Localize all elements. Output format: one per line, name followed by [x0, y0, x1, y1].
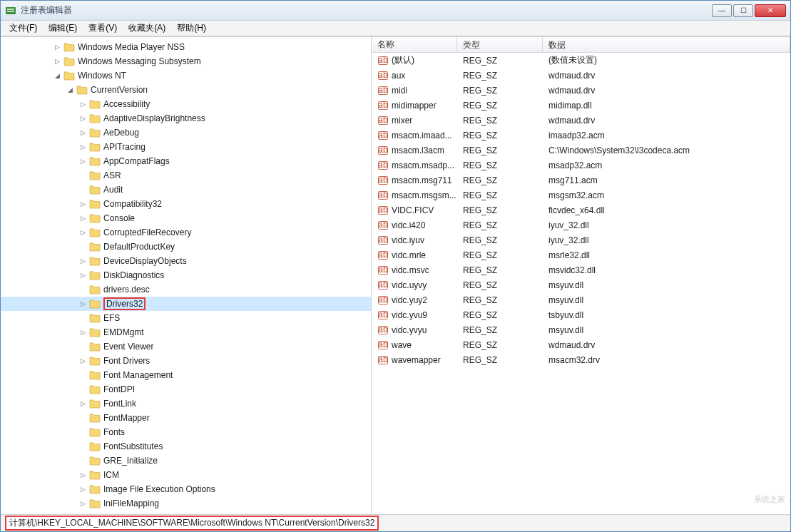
value-row[interactable]: abmsacm.imaad...REG_SZimaadp32.acm: [372, 128, 790, 143]
list-body[interactable]: ab(默认)REG_SZ(数值未设置)abauxREG_SZwdmaud.drv…: [372, 53, 790, 514]
tree-node[interactable]: FontDPI: [1, 382, 371, 397]
value-row[interactable]: abwavemapperREG_SZmsacm32.drv: [372, 352, 790, 367]
expand-icon[interactable]: ▷: [78, 400, 88, 407]
tree-node[interactable]: ▷Image File Execution Options: [1, 482, 371, 496]
tree-node[interactable]: ▷Drivers32: [1, 297, 371, 311]
expand-icon[interactable]: ▷: [78, 229, 88, 236]
menu-edit[interactable]: 编辑(E): [43, 21, 83, 36]
value-name: wave: [392, 340, 412, 350]
expand-icon[interactable]: ▷: [78, 329, 88, 336]
tree-node-label: ICM: [103, 470, 119, 480]
collapse-icon[interactable]: ◢: [65, 86, 75, 93]
menu-favorites[interactable]: 收藏夹(A): [123, 21, 171, 36]
value-row[interactable]: abmixerREG_SZwdmaud.drv: [372, 113, 790, 128]
tree-node[interactable]: ▷FontLink: [1, 397, 371, 411]
tree-node-label: IniFileMapping: [103, 498, 159, 508]
tree-node[interactable]: ▷IniFileMapping: [1, 496, 371, 511]
value-row[interactable]: abvidc.yvyuREG_SZmsyuv.dll: [372, 322, 790, 337]
value-row[interactable]: ab(默认)REG_SZ(数值未设置): [372, 53, 790, 68]
tree-node[interactable]: ▷ICM: [1, 468, 371, 482]
tree-node[interactable]: ▷DeviceDisplayObjects: [1, 254, 371, 268]
value-row[interactable]: abvidc.uyvyREG_SZmsyuv.dll: [372, 277, 790, 292]
tree-node[interactable]: drivers.desc: [1, 282, 371, 297]
value-row[interactable]: abvidc.iyuvREG_SZiyuv_32.dll: [372, 232, 790, 247]
minimize-button[interactable]: —: [712, 4, 732, 17]
tree-node[interactable]: ◢CurrentVersion: [1, 83, 371, 97]
tree-node[interactable]: ▷AppCompatFlags: [1, 154, 371, 168]
tree-node[interactable]: FontSubstitutes: [1, 439, 371, 454]
value-row[interactable]: abwaveREG_SZwdmaud.drv: [372, 337, 790, 352]
tree-node[interactable]: ▷APITracing: [1, 140, 371, 154]
tree-node[interactable]: ▷Windows Media Player NSS: [1, 40, 371, 54]
expand-icon[interactable]: ▷: [78, 272, 88, 279]
tree-node[interactable]: EFS: [1, 311, 371, 325]
tree-node[interactable]: ▷Accessibility: [1, 97, 371, 111]
value-row[interactable]: abmsacm.msgsm...REG_SZmsgsm32.acm: [372, 188, 790, 203]
tree-node[interactable]: Font Management: [1, 368, 371, 382]
expand-icon[interactable]: ▷: [78, 200, 88, 208]
menu-help[interactable]: 帮助(H): [171, 21, 212, 36]
col-data[interactable]: 数据: [543, 37, 790, 52]
expand-icon[interactable]: ▷: [78, 215, 88, 222]
expand-icon[interactable]: ▷: [78, 129, 88, 136]
value-row[interactable]: abmsacm.msg711REG_SZmsg711.acm: [372, 173, 790, 188]
tree-node[interactable]: ▷EMDMgmt: [1, 325, 371, 339]
value-row[interactable]: abvidc.msvcREG_SZmsvidc32.dll: [372, 262, 790, 277]
value-row[interactable]: abmidimapperREG_SZmidimap.dll: [372, 98, 790, 113]
value-data: ficvdec_x64.dll: [543, 205, 790, 215]
menu-view[interactable]: 查看(V): [83, 21, 123, 36]
tree-node[interactable]: GRE_Initialize: [1, 454, 371, 468]
tree-node[interactable]: ▷Windows Messaging Subsystem: [1, 54, 371, 68]
expand-icon[interactable]: ▷: [78, 500, 88, 507]
tree-node[interactable]: ▷CorruptedFileRecovery: [1, 225, 371, 240]
value-row[interactable]: abmsacm.l3acmREG_SZC:\Windows\System32\l…: [372, 143, 790, 158]
expand-icon[interactable]: ▷: [78, 143, 88, 150]
expand-icon[interactable]: ▷: [78, 357, 88, 364]
col-name[interactable]: 名称: [372, 37, 457, 52]
maximize-button[interactable]: ☐: [733, 4, 753, 17]
value-row[interactable]: abvidc.yvu9REG_SZtsbyuv.dll: [372, 307, 790, 322]
expand-icon[interactable]: ▷: [52, 44, 62, 51]
value-name: msacm.msgsm...: [392, 190, 456, 200]
value-row[interactable]: abvidc.i420REG_SZiyuv_32.dll: [372, 218, 790, 232]
tree-node[interactable]: Event Viewer: [1, 339, 371, 354]
expand-icon[interactable]: ▷: [78, 471, 88, 479]
tree-node[interactable]: Fonts: [1, 425, 371, 439]
expand-icon[interactable]: ▷: [78, 101, 88, 108]
tree-node[interactable]: FontMapper: [1, 411, 371, 425]
expand-icon[interactable]: ▷: [78, 158, 88, 165]
close-button[interactable]: ✕: [755, 4, 786, 17]
tree-node[interactable]: ASR: [1, 168, 371, 183]
value-row[interactable]: abVIDC.FICVREG_SZficvdec_x64.dll: [372, 203, 790, 218]
tree-node[interactable]: ▷AdaptiveDisplayBrightness: [1, 111, 371, 126]
tree-node[interactable]: ▷AeDebug: [1, 126, 371, 140]
tree-node[interactable]: ▷DiskDiagnostics: [1, 268, 371, 282]
expand-icon[interactable]: ▷: [78, 300, 88, 307]
value-row[interactable]: abvidc.yuy2REG_SZmsyuv.dll: [372, 292, 790, 307]
svg-text:ab: ab: [378, 130, 388, 140]
tree-scroll[interactable]: ▷Windows Media Player NSS▷Windows Messag…: [1, 37, 371, 514]
tree-node[interactable]: ▷Console: [1, 211, 371, 225]
tree-node[interactable]: ▷Compatibility32: [1, 197, 371, 211]
expand-icon[interactable]: ▷: [52, 58, 62, 65]
value-row[interactable]: abmidiREG_SZwdmaud.drv: [372, 83, 790, 98]
expand-icon[interactable]: ▷: [78, 115, 88, 122]
expand-icon[interactable]: ▷: [78, 486, 88, 493]
value-row[interactable]: abvidc.mrleREG_SZmsrle32.dll: [372, 247, 790, 262]
value-row[interactable]: abauxREG_SZwdmaud.drv: [372, 68, 790, 83]
value-data: iyuv_32.dll: [543, 220, 790, 230]
tree-node[interactable]: ▷Font Drivers: [1, 354, 371, 368]
col-type[interactable]: 类型: [457, 37, 543, 52]
folder-icon: [89, 342, 101, 352]
tree-node[interactable]: Audit: [1, 183, 371, 197]
value-data: wdmaud.drv: [543, 71, 790, 81]
titlebar[interactable]: 注册表编辑器 — ☐ ✕: [1, 1, 790, 21]
value-row[interactable]: abmsacm.msadp...REG_SZmsadp32.acm: [372, 158, 790, 173]
menu-file[interactable]: 文件(F): [4, 21, 43, 36]
tree-node[interactable]: ◢Windows NT: [1, 68, 371, 83]
tree-node-label: Accessibility: [103, 99, 150, 109]
collapse-icon[interactable]: ◢: [52, 72, 62, 79]
expand-icon[interactable]: ▷: [78, 257, 88, 265]
tree-node[interactable]: DefaultProductKey: [1, 240, 371, 254]
statusbar: 计算机\HKEY_LOCAL_MACHINE\SOFTWARE\Microsof…: [1, 514, 790, 531]
